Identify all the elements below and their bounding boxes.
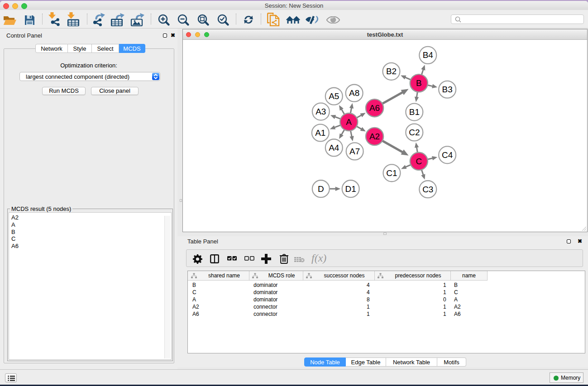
svg-text:C3: C3 (422, 185, 433, 194)
svg-text:A5: A5 (329, 91, 339, 101)
svg-text:A7: A7 (349, 147, 360, 156)
svg-text:C2: C2 (409, 128, 420, 137)
svg-text:B4: B4 (423, 50, 433, 60)
svg-text:D: D (318, 184, 324, 194)
svg-text:C4: C4 (442, 150, 453, 160)
svg-text:A: A (346, 117, 352, 127)
svg-text:B3: B3 (442, 85, 453, 94)
svg-text:A8: A8 (349, 88, 359, 98)
svg-text:C: C (416, 157, 422, 166)
svg-text:B: B (416, 78, 422, 88)
svg-text:D1: D1 (345, 184, 356, 194)
svg-text:A1: A1 (315, 128, 325, 138)
svg-text:A2: A2 (369, 132, 380, 141)
svg-text:A6: A6 (369, 103, 380, 113)
svg-text:B2: B2 (386, 67, 397, 76)
svg-text:B1: B1 (409, 107, 420, 117)
svg-text:A4: A4 (329, 143, 339, 152)
svg-text:A3: A3 (316, 107, 326, 116)
svg-text:C1: C1 (386, 168, 397, 178)
